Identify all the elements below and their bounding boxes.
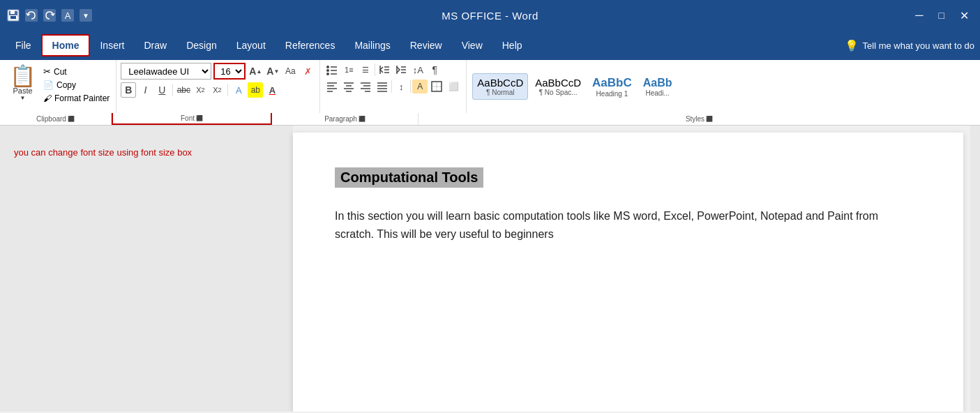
show-formatting-button[interactable]: ¶ — [427, 63, 442, 77]
svg-point-4 — [326, 66, 329, 68]
ribbon-labels-row: Clipboard ⬛ Font ⬛ Paragraph ⬛ Styles ⬛ — [0, 113, 980, 126]
sort-button[interactable]: ↕A — [410, 63, 425, 77]
cut-icon: ✂ — [43, 66, 51, 77]
increase-font-button[interactable]: A▲ — [248, 63, 263, 79]
close-btn[interactable]: ✕ — [956, 9, 973, 22]
styles-expand-icon[interactable]: ⬛ — [706, 116, 713, 122]
svg-point-6 — [326, 69, 329, 72]
paragraph-expand-icon[interactable]: ⬛ — [359, 116, 365, 122]
font-label-row[interactable]: Font ⬛ — [112, 113, 272, 125]
menu-home[interactable]: Home — [41, 34, 91, 57]
menu-design[interactable]: Design — [176, 36, 227, 55]
doc-body: In this section you will learn basic com… — [335, 207, 907, 244]
save-icon[interactable] — [7, 9, 20, 22]
font-expand-icon[interactable]: ⬛ — [196, 115, 203, 121]
title-bar-left: A ▼ — [7, 9, 92, 22]
style-no-spacing[interactable]: AaBbCcD ¶ No Spac... — [531, 74, 585, 99]
menu-layout[interactable]: Layout — [227, 36, 276, 55]
cut-button[interactable]: ✂ Cut — [41, 66, 112, 77]
menu-mailings[interactable]: Mailings — [345, 36, 400, 55]
superscript-button[interactable]: X2 — [209, 82, 225, 98]
line-spacing-button[interactable]: ↕ — [393, 80, 409, 93]
decrease-indent-button[interactable] — [377, 63, 392, 77]
italic-button[interactable]: I — [137, 82, 153, 98]
font-name-select[interactable]: Leelawadee UI — [121, 63, 211, 80]
menu-insert[interactable]: Insert — [90, 36, 134, 55]
paste-dropdown[interactable]: ▼ — [20, 95, 26, 101]
justify-button[interactable] — [375, 80, 390, 93]
shading-button[interactable]: A — [412, 80, 428, 93]
case-button[interactable]: Aa — [282, 63, 298, 79]
styles-content: AaBbCcD ¶ Normal AaBbCcD ¶ No Spac... Aa… — [472, 63, 974, 110]
align-right-button[interactable] — [358, 80, 373, 93]
paragraph-group: 1≡ ☰ ↕A ¶ — [320, 60, 467, 113]
minimize-btn[interactable]: ─ — [911, 9, 927, 22]
title-bar: A ▼ MS OFFICE - Word ─ □ ✕ — [0, 0, 980, 31]
menu-references[interactable]: References — [276, 36, 345, 55]
align-left-button[interactable] — [324, 80, 340, 93]
decrease-font-button[interactable]: A▼ — [265, 63, 280, 79]
menu-view[interactable]: View — [452, 36, 492, 55]
undo-icon[interactable] — [25, 9, 38, 22]
text-effects-button[interactable]: A — [231, 82, 246, 98]
styles-label-row[interactable]: Styles ⬛ — [419, 113, 980, 125]
bullets-button[interactable] — [324, 63, 340, 77]
customize-icon[interactable]: ▼ — [80, 9, 92, 22]
font-group: Leelawadee UI 16 891011 12141820 2428 A▲… — [116, 60, 320, 113]
paste-icon: 📋 — [10, 66, 36, 87]
clear-formatting-button[interactable]: ✗ — [300, 63, 315, 79]
style-h2-preview: AaBb — [643, 77, 672, 89]
cut-label: Cut — [54, 67, 67, 77]
menu-draw[interactable]: Draw — [134, 36, 176, 55]
menu-file[interactable]: File — [6, 36, 41, 55]
hint-text: you can change font size using font size… — [14, 147, 279, 159]
style-h2-label: Headi... — [645, 89, 669, 97]
svg-rect-1 — [10, 10, 15, 14]
para-row-1: 1≡ ☰ ↕A ¶ — [324, 63, 462, 77]
bold-button[interactable]: B — [121, 82, 136, 98]
style-normal[interactable]: AaBbCcD ¶ Normal — [472, 73, 528, 100]
font-color-button[interactable]: A — [264, 82, 280, 98]
window-controls: ─ □ ✕ — [911, 9, 973, 22]
font-size-select[interactable]: 16 891011 12141820 2428 — [213, 63, 246, 80]
redo-icon[interactable] — [43, 9, 56, 22]
style-heading2[interactable]: AaBb Headi... — [639, 74, 677, 100]
maximize-btn[interactable]: □ — [935, 10, 949, 21]
scrollbar[interactable] — [970, 126, 980, 412]
lightbulb-icon: 💡 — [845, 39, 859, 52]
multilevel-list-button[interactable]: ☰ — [358, 63, 373, 77]
style-heading1[interactable]: AaBbC Heading 1 — [588, 73, 636, 100]
paste-label: Paste — [13, 87, 32, 95]
menu-review[interactable]: Review — [400, 36, 452, 55]
underline-button[interactable]: U — [154, 82, 169, 98]
increase-indent-button[interactable] — [393, 63, 409, 77]
clipboard-expand-icon[interactable]: ⬛ — [68, 116, 75, 122]
format-painter-button[interactable]: 🖌 Format Painter — [41, 93, 112, 104]
subscript-button[interactable]: X2 — [193, 82, 208, 98]
align-center-button[interactable] — [341, 80, 356, 93]
doc-page[interactable]: Computational Tools In this section you … — [293, 133, 963, 412]
format-painter-icon: 🖌 — [43, 93, 52, 103]
para-divider-2 — [391, 80, 392, 93]
more-button[interactable]: ⬜ — [446, 80, 461, 93]
ribbon: 📋 Paste ▼ ✂ Cut 📄 Copy 🖌 Format Painter — [0, 60, 980, 126]
paragraph-label-row[interactable]: Paragraph ⬛ — [272, 113, 419, 125]
style-h1-preview: AaBbC — [592, 76, 632, 90]
search-area[interactable]: 💡 Tell me what you want to do — [845, 39, 974, 52]
format-painter-label: Format Painter — [54, 93, 110, 103]
strikethrough-button[interactable]: abc — [176, 82, 191, 98]
ribbon-content: 📋 Paste ▼ ✂ Cut 📄 Copy 🖌 Format Painter — [0, 60, 980, 113]
borders-button[interactable] — [429, 80, 444, 93]
format-icon[interactable]: A — [61, 9, 74, 22]
highlight-button[interactable]: ab — [248, 82, 263, 98]
search-label[interactable]: Tell me what you want to do — [863, 40, 974, 51]
doc-heading: Computational Tools — [335, 167, 483, 188]
clipboard-label-row[interactable]: Clipboard ⬛ — [0, 113, 112, 125]
paste-button[interactable]: 📋 Paste ▼ — [4, 63, 41, 104]
copy-button[interactable]: 📄 Copy — [41, 80, 112, 91]
numbering-button[interactable]: 1≡ — [341, 63, 356, 77]
menu-help[interactable]: Help — [492, 36, 532, 55]
styles-group: AaBbCcD ¶ Normal AaBbCcD ¶ No Spac... Aa… — [467, 60, 980, 113]
style-normal-preview: AaBbCcD — [477, 77, 523, 89]
divider-2 — [227, 84, 228, 96]
